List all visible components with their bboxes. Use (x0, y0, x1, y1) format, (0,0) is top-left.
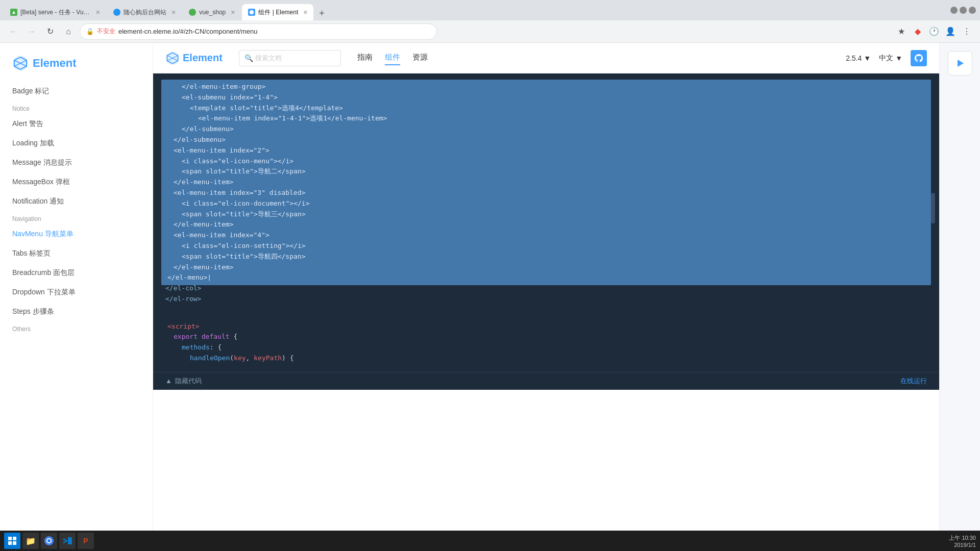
browser-toolbar: ← → ↻ ⌂ 🔓 不安全 element-cn.eleme.io/#/zh-C… (0, 20, 980, 43)
windows-start-button[interactable] (4, 533, 20, 549)
element-logo-icon (12, 55, 29, 71)
code-line-19: </el-menu>| (165, 272, 927, 283)
browser-tab-4[interactable]: 组件 | Element × (242, 4, 313, 20)
code-line-11: <el-menu-item index="3" disabled> (165, 188, 927, 198)
code-line-21: </el-row> (165, 294, 927, 305)
browser-tab-2[interactable]: 随心购后台网站 × (107, 4, 182, 20)
taskbar: 📁 P 上午 10:30 2019/1/1 (0, 531, 980, 551)
sidebar-item-message[interactable]: Message 消息提示 (0, 153, 153, 172)
scrollbar-thumb[interactable] (931, 193, 935, 223)
sidebar-item-tabs[interactable]: Tabs 标签页 (0, 244, 153, 263)
site-header: Element 🔍 搜索文档 指南 组件 资源 2.5.4 ▼ 中文 ▼ (153, 43, 939, 73)
svg-point-17 (47, 539, 51, 542)
selected-code-region[interactable]: </el-menu-item-group> <el-submenu index=… (161, 80, 931, 285)
sidebar-item-alert[interactable]: Alert 警告 (0, 114, 153, 134)
code-line-4: <el-menu-item index="1-4-1">选项1</el-menu… (165, 113, 927, 124)
svg-point-1 (250, 10, 254, 14)
tab-close-3[interactable]: × (231, 8, 235, 16)
svg-rect-11 (8, 537, 12, 540)
taskbar-time: 上午 10:30 (949, 534, 976, 542)
taskbar-powerpoint-icon[interactable]: P (78, 533, 94, 549)
chrome-icon (44, 536, 54, 545)
header-action-button[interactable] (911, 50, 927, 66)
svg-rect-13 (8, 541, 12, 545)
browser-tab-3[interactable]: vue_shop × (183, 4, 241, 20)
taskbar-chrome-icon[interactable] (41, 533, 57, 549)
tab-icon-1 (10, 9, 17, 16)
vscode-icon (63, 536, 72, 545)
forward-button[interactable]: → (24, 24, 39, 39)
code-line-20: </el-col> (165, 283, 927, 294)
sidebar-item-badge[interactable]: Badge 标记 (0, 82, 153, 101)
header-nav-components[interactable]: 组件 (385, 51, 400, 65)
sidebar-item-messagebox[interactable]: MessageBox 弹框 (0, 172, 153, 192)
sidebar-item-dropdown[interactable]: Dropdown 下拉菜单 (0, 283, 153, 302)
sidebar-item-breadcrumb[interactable]: Breadcrumb 面包层 (0, 263, 153, 283)
code-line-3: <template slot="title">选项4</template> (165, 103, 927, 114)
tab-close-4[interactable]: × (303, 8, 307, 16)
browser-tab-1[interactable]: [Beta] serve - 任务 - Vue CLI × (4, 4, 106, 20)
tab-icon-3 (189, 9, 196, 16)
reload-button[interactable]: ↻ (43, 24, 57, 39)
browser-tabs: [Beta] serve - 任务 - Vue CLI × 随心购后台网站 × … (4, 0, 329, 20)
new-tab-button[interactable]: + (314, 6, 329, 20)
taskbar-date: 2019/1/1 (954, 542, 976, 548)
history-icon[interactable]: 🕐 (927, 24, 941, 39)
windows-icon (8, 537, 16, 545)
header-lang-selector[interactable]: 中文 ▼ (879, 54, 902, 63)
hide-code-button[interactable]: ▲ 隐藏代码 (165, 377, 202, 386)
menu-icon[interactable]: ⋮ (960, 24, 974, 39)
script-line-tag: <script> (165, 321, 927, 332)
header-search[interactable]: 🔍 搜索文档 (239, 50, 341, 66)
tab-label-3: vue_shop (199, 9, 226, 16)
sidebar-item-loading[interactable]: Loading 加载 (0, 134, 153, 153)
back-button[interactable]: ← (6, 24, 20, 39)
code-container: </el-menu-item-group> <el-submenu index=… (153, 73, 939, 390)
tab-close-1[interactable]: × (96, 8, 100, 16)
header-logo-text: Element (183, 52, 223, 64)
code-line-8: <i class="el-icon-menu"></i> (165, 156, 927, 167)
sidebar-item-navmenu[interactable]: NavMenu 导航菜单 (0, 224, 153, 244)
header-nav-resources[interactable]: 资源 (412, 51, 428, 65)
minimize-button[interactable] (950, 7, 958, 14)
version-dropdown-icon: ▼ (864, 54, 871, 62)
content-area: Element 🔍 搜索文档 指南 组件 资源 2.5.4 ▼ 中文 ▼ (153, 43, 939, 551)
taskbar-vscode-icon[interactable] (59, 533, 76, 549)
taskbar-explorer-icon[interactable]: 📁 (22, 533, 39, 549)
taskbar-clock: 上午 10:30 2019/1/1 (949, 534, 976, 548)
header-version-selector[interactable]: 2.5.4 ▼ (846, 54, 871, 62)
svg-marker-0 (12, 11, 15, 14)
sidebar-item-notification[interactable]: Notification 通知 (0, 192, 153, 211)
toolbar-right: ★ ◆ 🕐 👤 ⋮ (894, 24, 974, 39)
home-button[interactable]: ⌂ (61, 24, 76, 39)
browser-chrome: [Beta] serve - 任务 - Vue CLI × 随心购后台网站 × … (0, 0, 980, 20)
run-demo-button[interactable] (948, 51, 972, 76)
tab-close-2[interactable]: × (172, 8, 176, 16)
header-nav-guide[interactable]: 指南 (357, 51, 373, 65)
code-line-10: </el-menu-item> (165, 177, 927, 188)
github-icon (915, 54, 923, 62)
collapse-icon: ▲ (165, 377, 172, 385)
svg-rect-14 (13, 541, 16, 545)
profile-icon[interactable]: 👤 (943, 24, 958, 39)
maximize-button[interactable] (960, 7, 967, 14)
run-online-button[interactable]: 在线运行 (900, 377, 927, 386)
bookmark-icon[interactable]: ★ (894, 24, 909, 39)
sidebar-section-others: Others (0, 321, 153, 335)
script-line-methods: methods: { (165, 342, 927, 353)
header-logo-icon (165, 51, 180, 65)
play-icon (955, 58, 965, 68)
header-nav: 指南 组件 资源 (357, 51, 428, 65)
right-panel (939, 43, 980, 551)
close-button[interactable] (969, 7, 976, 14)
header-logo: Element (165, 51, 223, 65)
code-line-7: <el-menu-item index="2"> (165, 145, 927, 156)
sidebar-item-steps[interactable]: Steps 步骤条 (0, 302, 153, 321)
tab-icon-2 (113, 9, 120, 16)
vivaldi-icon[interactable]: ◆ (911, 24, 925, 39)
search-icon: 🔍 (244, 54, 253, 62)
code-line-14: </el-menu-item> (165, 219, 927, 230)
address-bar[interactable]: 🔓 不安全 element-cn.eleme.io/#/zh-CN/compon… (80, 23, 437, 40)
script-line-handleopen: handleOpen(key, keyPath) { (165, 353, 927, 364)
window-controls (950, 7, 976, 14)
